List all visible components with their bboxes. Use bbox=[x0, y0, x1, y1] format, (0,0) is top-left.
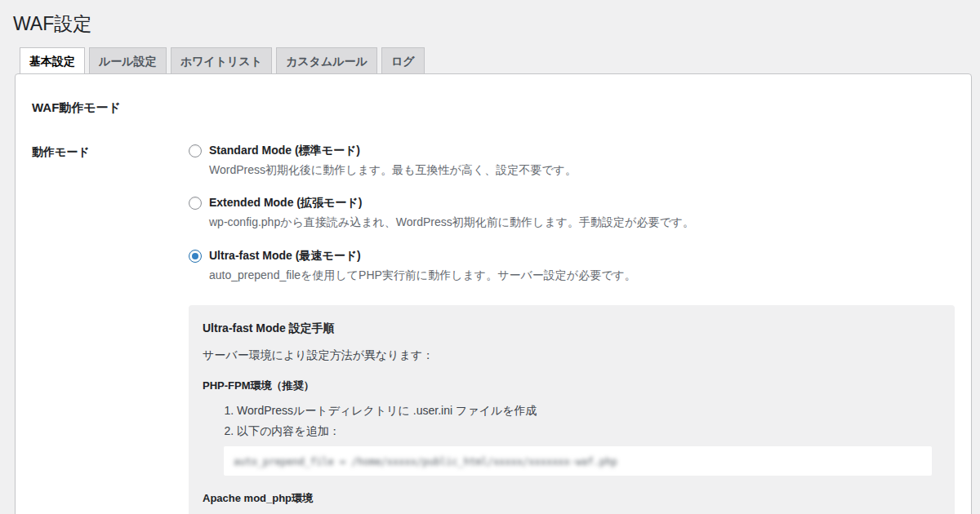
mode-ultra-fast-description: auto_prepend_fileを使用してPHP実行前に動作します。サーバー設… bbox=[209, 268, 955, 284]
mode-standard-label[interactable]: Standard Mode (標準モード) bbox=[209, 144, 360, 158]
mode-extended-description: wp-config.phpから直接読み込まれ、WordPress初期化前に動作し… bbox=[209, 215, 955, 231]
page-title: WAF設定 bbox=[13, 12, 972, 37]
mode-option-extended: Extended Mode (拡張モード) wp-config.phpから直接読… bbox=[189, 196, 955, 231]
mode-field: Standard Mode (標準モード) WordPress初期化後に動作しま… bbox=[189, 144, 955, 514]
radio-button-standard[interactable] bbox=[189, 144, 202, 157]
php-fpm-step: WordPressルートディレクトリに .user.ini ファイルを作成 bbox=[237, 402, 942, 419]
php-fpm-step: 以下の内容を追加： bbox=[237, 423, 942, 439]
radio-button-extended[interactable] bbox=[189, 197, 202, 210]
tab-basic-settings[interactable]: 基本設定 bbox=[20, 47, 85, 73]
instructions-intro: サーバー環境により設定方法が異なります： bbox=[203, 348, 942, 363]
settings-tab-bar: 基本設定 ルール設定 ホワイトリスト カスタムルール ログ bbox=[13, 47, 972, 73]
ultra-fast-setup-instructions: Ultra-fast Mode 設定手順 サーバー環境により設定方法が異なります… bbox=[189, 305, 955, 514]
tab-whitelist[interactable]: ホワイトリスト bbox=[171, 47, 272, 73]
mode-extended-label[interactable]: Extended Mode (拡張モード) bbox=[209, 196, 362, 210]
basic-settings-panel: WAF動作モード 動作モード Standard Mode (標準モード) Wor… bbox=[15, 73, 972, 514]
mode-option-ultra-fast: Ultra-fast Mode (最速モード) auto_prepend_fil… bbox=[189, 249, 955, 284]
mode-standard-label-row[interactable]: Standard Mode (標準モード) bbox=[189, 144, 955, 158]
mode-ultra-fast-label-row[interactable]: Ultra-fast Mode (最速モード) bbox=[189, 249, 955, 264]
tab-rule-settings[interactable]: ルール設定 bbox=[89, 47, 167, 73]
mode-extended-label-row[interactable]: Extended Mode (拡張モード) bbox=[189, 196, 955, 210]
tab-log[interactable]: ログ bbox=[381, 47, 425, 73]
mode-standard-description: WordPress初期化後に動作します。最も互換性が高く、設定不要です。 bbox=[209, 162, 955, 179]
apache-mod-php-heading: Apache mod_php環境 bbox=[203, 491, 942, 506]
auto-prepend-code-redacted: auto_prepend_file = /home/xxxxx/public_h… bbox=[234, 456, 617, 467]
auto-prepend-code-block: auto_prepend_file = /home/xxxxx/public_h… bbox=[224, 446, 932, 476]
mode-option-standard: Standard Mode (標準モード) WordPress初期化後に動作しま… bbox=[189, 144, 955, 179]
section-heading-waf-mode: WAF動作モード bbox=[32, 100, 955, 116]
tab-custom-rules[interactable]: カスタムルール bbox=[276, 47, 377, 73]
php-fpm-heading: PHP-FPM環境（推奨） bbox=[203, 379, 942, 393]
radio-button-ultra-fast[interactable] bbox=[189, 250, 202, 263]
mode-form-row: 動作モード Standard Mode (標準モード) WordPress初期化… bbox=[32, 144, 955, 514]
mode-ultra-fast-label[interactable]: Ultra-fast Mode (最速モード) bbox=[209, 249, 361, 264]
waf-settings-page: WAF設定 基本設定 ルール設定 ホワイトリスト カスタムルール ログ WAF動… bbox=[0, 0, 980, 514]
instructions-title: Ultra-fast Mode 設定手順 bbox=[203, 321, 942, 336]
php-fpm-steps: WordPressルートディレクトリに .user.ini ファイルを作成 以下… bbox=[203, 402, 942, 440]
mode-field-label: 動作モード bbox=[32, 144, 189, 514]
